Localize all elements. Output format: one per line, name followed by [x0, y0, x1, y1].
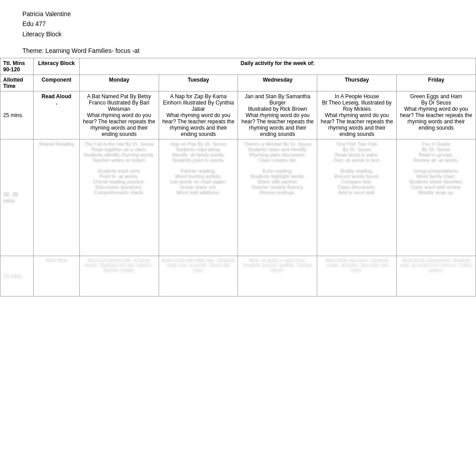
monday-header: Monday: [79, 75, 159, 92]
monday-shared: The Cat in the Hat By Dr. SeussRead toge…: [79, 139, 159, 256]
tuesday-word-work: Build words with letter tiles. Students …: [159, 256, 238, 296]
author-name: Patricia Valentine: [22, 9, 463, 19]
allotted-time-header: AllottedTime: [0, 75, 34, 92]
component-header: Component: [34, 75, 80, 92]
course-name: Edu 477: [22, 19, 463, 29]
read-aloud-time: 25 mins.: [0, 92, 34, 139]
wednesday-word-work: Write -at words in sand trays. Students …: [238, 256, 317, 296]
literacy-block-cell: Literacy Block: [34, 58, 80, 75]
wednesday-shared: There's a Wocket By Dr. SeussStudents li…: [238, 139, 317, 256]
friday-header: Friday: [397, 75, 476, 92]
monday-read-aloud: A Bat Named Pat By Betsy Franco Illustra…: [79, 92, 159, 139]
header-section: Patricia Valentine Edu 477 Literacy Bloc…: [0, 0, 476, 44]
header-row-1: Ttl. Mins90-120 Literacy Block Daily act…: [0, 58, 476, 75]
thursday-word-work: Word family flip books. Students create …: [317, 256, 397, 296]
thursday-read-aloud: In A People HouseBt Theo Leseig, Illustr…: [317, 92, 397, 139]
weekly-label-cell: Daily activity for the week of:: [79, 58, 476, 75]
word-work-time: 15 mins.: [0, 256, 34, 296]
lesson-plan-table: Ttl. Mins90-120 Literacy Block Daily act…: [0, 58, 476, 296]
thursday-shared: One Fish Two FishBy Dr. SeussRead aloud …: [317, 139, 397, 256]
friday-read-aloud: Green Eggs and HamBy Dr SeussWhat rhymin…: [397, 92, 476, 139]
tuesday-header: Tuesday: [159, 75, 238, 92]
shared-reading-time: 30 -35mins.: [0, 139, 34, 256]
weekly-label: Daily activity for the week of:: [241, 60, 315, 66]
read-aloud-row: 25 mins. Read Aloud. A Bat Named Pat By …: [0, 92, 476, 139]
wednesday-label: Wednesday: [263, 77, 292, 83]
friday-shared: Fox in SocksBy Dr. SeussRead in groups.R…: [397, 139, 476, 256]
main-table-wrap: Ttl. Mins90-120 Literacy Block Daily act…: [0, 58, 476, 296]
tuesday-read-aloud: A Nap for Zap By Kama Einhorn Illustrate…: [159, 92, 238, 139]
word-work-row: 15 mins. Word Work Word sort activity wi…: [0, 256, 476, 296]
ttl-mins-cell: Ttl. Mins90-120: [0, 58, 34, 75]
monday-word-work: Word sort activity with -at family words…: [79, 256, 159, 296]
monday-label: Monday: [109, 77, 129, 83]
component-label: Component: [42, 77, 72, 83]
wednesday-header: Wednesday: [238, 75, 317, 92]
read-aloud-component: Read Aloud.: [34, 92, 80, 139]
word-work-component: Word Work: [34, 256, 80, 296]
friday-label: Friday: [428, 77, 444, 83]
wednesday-read-aloud: Jan and Stan By Samantha BurgerIllustrat…: [238, 92, 317, 139]
literacy-block-label: Literacy Block: [38, 60, 75, 66]
theme-text: Theme: Learning Word Families- focus -at: [22, 47, 454, 54]
ttl-mins-label: Ttl. Mins90-120: [3, 60, 25, 73]
block-name: Literacy Block: [22, 29, 463, 39]
shared-reading-component: Shared Reading: [34, 139, 80, 256]
theme-section: Theme: Learning Word Families- focus -at: [0, 44, 476, 58]
header-row-2: AllottedTime Component Monday Tuesday We…: [0, 75, 476, 92]
tuesday-label: Tuesday: [188, 77, 209, 83]
shared-reading-row: 30 -35mins. Shared Reading The Cat in th…: [0, 139, 476, 256]
thursday-header: Thursday: [317, 75, 397, 92]
thursday-label: Thursday: [345, 77, 369, 83]
tuesday-shared: Hop on Pop By Dr. SeussStudents read alo…: [159, 139, 238, 256]
friday-word-work: Word family assessment. Students write -…: [397, 256, 476, 296]
